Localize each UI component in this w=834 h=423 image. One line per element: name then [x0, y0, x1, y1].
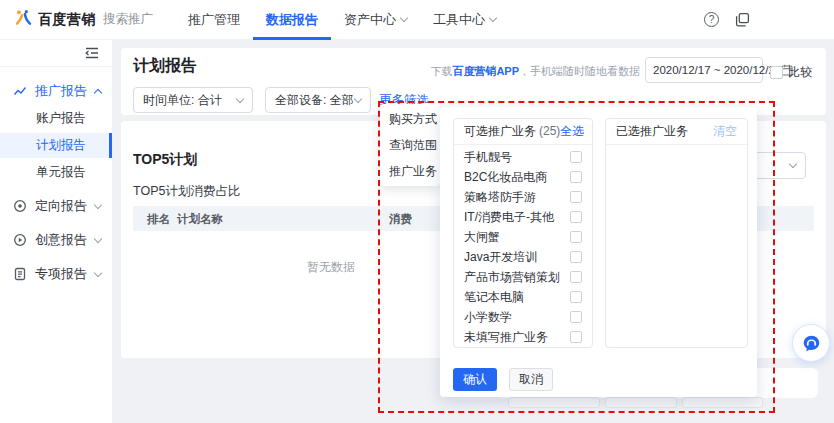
compare-checkbox[interactable]: [770, 66, 783, 79]
business-option-row[interactable]: IT/消费电子-其他: [454, 207, 592, 227]
confirm-button[interactable]: 确认: [453, 368, 497, 391]
sidebar: 推广报告 账户报告 计划报告 单元报告 定向报告 创意报告: [0, 40, 113, 423]
selected-title: 已选推广业务: [616, 123, 688, 140]
option-label: 笔记本电脑: [464, 289, 524, 306]
business-option-row[interactable]: Java开发培训: [454, 247, 592, 267]
menu-item-promotion-business[interactable]: 推广业务: [380, 158, 440, 184]
help-icon[interactable]: ?: [704, 12, 719, 27]
option-checkbox[interactable]: [570, 211, 582, 223]
sidebar-group-special-report[interactable]: 专项报告: [0, 261, 112, 287]
sidebar-collapse-icon[interactable]: [85, 47, 99, 59]
option-label: Java开发培训: [464, 249, 537, 266]
available-title-text: 可选推广业务: [464, 124, 536, 138]
option-checkbox[interactable]: [570, 271, 582, 283]
option-checkbox[interactable]: [570, 251, 582, 263]
chevron-down-icon: [789, 160, 797, 168]
chevron-down-icon: [94, 234, 102, 242]
app-promo-suffix: ，手机端随时随地看数据: [519, 65, 640, 77]
customer-service-button[interactable]: [792, 324, 830, 362]
nav-item-data-report[interactable]: 数据报告: [253, 0, 331, 40]
time-unit-value: 时间单位: 合计: [143, 92, 222, 109]
top-navigation: 推广管理 数据报告 资产中心 工具中心: [175, 0, 509, 40]
more-filters-menu: 购买方式 查询范围 推广业务: [380, 104, 440, 186]
menu-item-purchase-method[interactable]: 购买方式: [380, 106, 440, 132]
sidebar-group-promotion-report[interactable]: 推广报告: [0, 78, 112, 104]
sidebar-group-creative-report[interactable]: 创意报告: [0, 227, 112, 253]
sidebar-item-unit-report[interactable]: 单元报告: [0, 160, 112, 185]
business-option-row[interactable]: 笔记本电脑: [454, 287, 592, 307]
date-range-picker[interactable]: 2020/12/17 ~ 2020/12/23: [645, 57, 763, 83]
option-label: 未填写推广业务: [464, 329, 548, 346]
business-picker-panel: 可选推广业务(25) 全选 手机靓号 B2C化妆品电商 策略塔防手游 IT/消费…: [440, 107, 757, 397]
app-window: 百度营销 搜索推广 推广管理 数据报告 资产中心 工具中心 ?: [0, 0, 834, 423]
column-cost: 消费: [389, 212, 412, 227]
chart-line-icon: [13, 84, 27, 98]
chat-headset-icon: [801, 333, 822, 354]
select-all-link[interactable]: 全选: [560, 123, 584, 140]
hidden-select-3: [682, 397, 763, 408]
brand-subtitle: 搜索推广: [103, 11, 153, 28]
column-rank: 排名: [147, 212, 170, 227]
sidebar-item-account-report[interactable]: 账户报告: [0, 106, 112, 131]
column-plan-name: 计划名称: [177, 212, 223, 227]
option-checkbox[interactable]: [570, 291, 582, 303]
available-business-panel: 可选推广业务(25) 全选 手机靓号 B2C化妆品电商 策略塔防手游 IT/消费…: [453, 118, 593, 348]
sidebar-group-label: 创意报告: [35, 231, 87, 249]
option-label: 策略塔防手游: [464, 189, 536, 206]
chevron-up-icon: [94, 88, 102, 96]
option-checkbox[interactable]: [570, 151, 582, 163]
top5-section-title: TOP5计划: [133, 151, 197, 169]
time-unit-select[interactable]: 时间单位: 合计: [133, 87, 253, 113]
clear-link[interactable]: 清空: [713, 123, 737, 140]
document-icon: [13, 267, 27, 281]
option-checkbox[interactable]: [570, 171, 582, 183]
chevron-down-icon: [236, 94, 244, 102]
business-option-row[interactable]: 未填写推广业务: [454, 327, 592, 347]
brand-logo-icon: [14, 8, 33, 31]
sidebar-item-plan-report[interactable]: 计划报告: [0, 133, 112, 158]
business-option-row[interactable]: 小学数学: [454, 307, 592, 327]
option-label: B2C化妆品电商: [464, 169, 547, 186]
selected-business-panel: 已选推广业务 清空: [605, 118, 748, 348]
option-checkbox[interactable]: [570, 311, 582, 323]
sidebar-group-targeting-report[interactable]: 定向报告: [0, 193, 112, 219]
hidden-select-1: [508, 397, 600, 408]
nav-item-label: 工具中心: [433, 11, 485, 29]
chevron-down-icon: [354, 94, 362, 102]
play-circle-icon: [13, 233, 27, 247]
report-header-card: 计划报告 下载百度营销APP，手机端随时随地看数据 2020/12/17 ~ 2…: [121, 48, 826, 115]
nav-item-asset-center[interactable]: 资产中心: [331, 0, 420, 40]
business-option-row[interactable]: 手机靓号: [454, 147, 592, 167]
sidebar-group-label: 定向报告: [35, 197, 87, 215]
option-label: IT/消费电子-其他: [464, 209, 554, 226]
option-label: 手机靓号: [464, 149, 512, 166]
menu-item-query-range[interactable]: 查询范围: [380, 132, 440, 158]
option-label: 大闸蟹: [464, 229, 500, 246]
app-promo-text: 下载百度营销APP，手机端随时随地看数据: [430, 64, 640, 79]
business-option-row[interactable]: 产品市场营销策划: [454, 267, 592, 287]
app-promo-link[interactable]: 百度营销APP: [452, 65, 519, 77]
cancel-button[interactable]: 取消: [509, 368, 553, 391]
nav-item-promotion-management[interactable]: 推广管理: [175, 0, 253, 40]
device-value: 全部设备: 全部: [275, 92, 354, 109]
nav-item-tool-center[interactable]: 工具中心: [420, 0, 509, 40]
chevron-down-icon: [94, 200, 102, 208]
option-checkbox[interactable]: [570, 231, 582, 243]
option-checkbox[interactable]: [570, 191, 582, 203]
topbar: 百度营销 搜索推广 推广管理 数据报告 资产中心 工具中心 ?: [0, 0, 834, 40]
device-select[interactable]: 全部设备: 全部: [265, 87, 371, 113]
switch-account-icon[interactable]: [735, 12, 750, 27]
business-option-row[interactable]: 大闸蟹: [454, 227, 592, 247]
business-option-row[interactable]: B2C化妆品电商: [454, 167, 592, 187]
chevron-down-icon: [94, 268, 102, 276]
empty-state-text: 暂无数据: [271, 259, 391, 276]
app-promo-prefix: 下载: [430, 65, 452, 77]
sidebar-group-label: 专项报告: [35, 265, 87, 283]
target-icon: [13, 199, 27, 213]
compare-label: 比较: [788, 64, 812, 81]
business-option-row[interactable]: 策略塔防手游: [454, 187, 592, 207]
available-count: (25): [539, 124, 560, 138]
compare-toggle[interactable]: 比较: [770, 64, 812, 81]
option-checkbox[interactable]: [570, 331, 582, 343]
brand[interactable]: 百度营销 搜索推广: [14, 8, 153, 31]
